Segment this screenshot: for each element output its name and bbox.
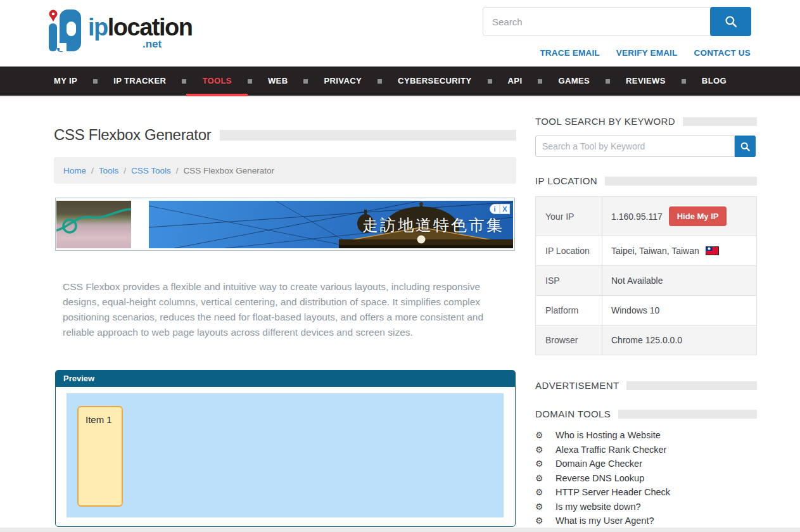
gear-icon: ⚙ [535, 487, 545, 497]
header-search-button[interactable] [710, 7, 751, 36]
ad-info-icon[interactable]: i [490, 204, 500, 214]
domain-tool-link-website-down[interactable]: ⚙Is my website down? [535, 502, 757, 512]
domain-tool-link-http-header[interactable]: ⚙HTTP Server Header Check [535, 487, 757, 497]
nav-item-tools[interactable]: TOOLS [202, 66, 232, 96]
ip-row-label: Your IP [536, 197, 602, 236]
nav-item-ip-tracker[interactable]: IP TRACKER [113, 66, 166, 96]
domain-tool-label: HTTP Server Header Check [556, 487, 670, 497]
breadcrumb-home[interactable]: Home [63, 166, 86, 175]
header-search-input[interactable] [483, 7, 713, 36]
tool-search-heading: TOOL SEARCH BY KEYWORD [535, 116, 757, 127]
ad-banner[interactable]: 走訪地道特色市集 i X [55, 198, 515, 251]
domain-tools-list: ⚙Who is Hosting a Website ⚙Alexa Traffic… [535, 430, 757, 530]
main-nav: MY IP IP TRACKER TOOLS WEB PRIVACY CYBER… [0, 66, 800, 97]
header: iplocation .net TRACE EMAIL VERIFY EMAIL… [0, 0, 800, 66]
preview-panel-header: Preview [56, 370, 515, 387]
browser-value: Chrome 125.0.0.0 [602, 326, 756, 355]
nav-separator [488, 79, 492, 84]
flexbox-preview-container: Item 1 [67, 393, 504, 517]
page-title: CSS Flexbox Generator [54, 126, 211, 144]
contact-us-link[interactable]: CONTACT US [694, 48, 751, 58]
ad-close-icon[interactable]: X [500, 204, 510, 214]
header-links: TRACE EMAIL VERIFY EMAIL CONTACT US [540, 48, 751, 58]
platform-value: Windows 10 [602, 296, 756, 325]
heading-decoration-bar [626, 381, 757, 390]
site-logo[interactable]: iplocation .net [48, 5, 200, 57]
domain-tool-link-user-agent[interactable]: ⚙What is my User Agent? [535, 516, 757, 526]
table-row: IP Location Taipei, Taiwan, Taiwan [536, 236, 756, 266]
heading-decoration-bar [618, 410, 757, 419]
ip-row-value: Taipei, Taiwan, Taiwan [602, 236, 756, 265]
ip-row-label: ISP [536, 266, 602, 295]
nav-item-api[interactable]: API [508, 66, 523, 96]
trace-email-link[interactable]: TRACE EMAIL [540, 48, 599, 58]
ip-row-value: 1.160.95.117 Hide My IP [602, 197, 756, 236]
heading-decoration-bar [605, 177, 757, 186]
table-row: Your IP 1.160.95.117 Hide My IP [536, 197, 756, 236]
gear-icon: ⚙ [535, 430, 545, 440]
domain-tool-label: Reverse DNS Lookup [556, 473, 644, 483]
table-row: ISP Not Available [536, 266, 756, 296]
breadcrumb-separator: / [91, 166, 94, 175]
nav-item-web[interactable]: WEB [268, 66, 288, 96]
search-icon [740, 141, 751, 152]
preview-panel: Preview Item 1 [55, 370, 516, 527]
page-title-row: CSS Flexbox Generator [54, 126, 516, 144]
nav-separator [682, 79, 686, 84]
nav-item-my-ip[interactable]: MY IP [54, 66, 77, 96]
nav-separator [606, 79, 610, 84]
nav-separator [248, 79, 252, 84]
isp-value: Not Available [602, 266, 756, 295]
nav-item-privacy[interactable]: PRIVACY [324, 66, 362, 96]
nav-item-reviews[interactable]: REVIEWS [626, 66, 666, 96]
logo-wordmark: iplocation [88, 14, 192, 41]
nav-item-games[interactable]: GAMES [558, 66, 590, 96]
nav-separator [538, 79, 542, 84]
domain-tools-heading: DOMAIN TOOLS [535, 408, 757, 419]
domain-tool-label: What is my User Agent? [556, 516, 654, 526]
tool-search-input[interactable] [535, 136, 735, 157]
nav-separator [93, 79, 98, 84]
logo-net-suffix: .net [143, 38, 162, 51]
tool-search-button[interactable] [735, 136, 756, 157]
breadcrumb-css-tools[interactable]: CSS Tools [131, 166, 171, 175]
verify-email-link[interactable]: VERIFY EMAIL [616, 48, 678, 58]
search-icon [724, 15, 738, 28]
gear-icon: ⚙ [535, 516, 545, 526]
breadcrumb-current: CSS Flexbox Generator [184, 166, 274, 175]
domain-tool-link-alexa-rank[interactable]: ⚙Alexa Traffic Rank Checker [535, 445, 757, 455]
nav-item-cybersecurity[interactable]: CYBERSECURITY [398, 66, 471, 96]
domain-tool-link-domain-age[interactable]: ⚙Domain Age Checker [535, 459, 757, 469]
ip-row-label: Platform [536, 296, 602, 325]
domain-tool-link-hosting[interactable]: ⚙Who is Hosting a Website [535, 430, 757, 440]
domain-tool-label: Is my website down? [556, 502, 641, 512]
ad-main-image[interactable]: 走訪地道特色市集 i X [149, 201, 513, 248]
ip-location-heading-label: IP LOCATION [535, 175, 597, 186]
header-search [483, 7, 751, 36]
domain-tool-label: Alexa Traffic Rank Checker [556, 445, 666, 455]
ip-location-value: Taipei, Taiwan, Taiwan [611, 246, 699, 256]
table-row: Platform Windows 10 [536, 296, 756, 326]
nav-separator [303, 79, 308, 84]
ad-thumbnail-image[interactable] [56, 201, 131, 248]
domain-tool-link-reverse-dns[interactable]: ⚙Reverse DNS Lookup [535, 473, 757, 483]
flexbox-preview-item[interactable]: Item 1 [77, 406, 123, 507]
table-row: Browser Chrome 125.0.0.0 [536, 326, 756, 355]
ip-row-label: IP Location [536, 236, 602, 265]
ip-location-heading: IP LOCATION [535, 175, 757, 186]
taiwan-flag-icon [706, 246, 719, 255]
tool-search [535, 136, 756, 157]
ad-thumbnail-graphic [56, 201, 131, 248]
breadcrumb-separator: / [124, 166, 126, 175]
nav-item-blog[interactable]: BLOG [702, 66, 727, 96]
gear-icon: ⚙ [535, 473, 545, 483]
advertisement-heading: ADVERTISEMENT [535, 380, 757, 391]
domain-tool-label: Who is Hosting a Website [556, 430, 661, 440]
your-ip-value: 1.160.95.117 [611, 212, 663, 222]
breadcrumb-tools[interactable]: Tools [99, 166, 119, 175]
title-decoration-bar [220, 130, 516, 141]
hide-my-ip-button[interactable]: Hide My IP [669, 206, 727, 226]
ad-controls: i X [490, 204, 510, 214]
page-bottom-strip [0, 528, 800, 532]
heading-decoration-bar [683, 117, 757, 126]
